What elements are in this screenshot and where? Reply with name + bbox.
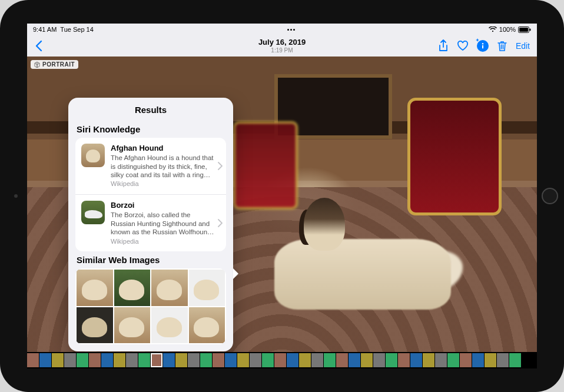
svg-rect-4 [482, 45, 483, 49]
filmstrip-thumb[interactable] [188, 353, 200, 367]
result-source: Wikipedia [111, 180, 214, 188]
filmstrip-thumb[interactable] [101, 353, 113, 367]
portrait-badge: PORTRAIT [31, 60, 78, 69]
battery-icon [518, 26, 531, 33]
filmstrip-thumb[interactable] [361, 353, 373, 367]
status-bar: 9:41 AM Tue Sep 14 100% [27, 24, 537, 35]
filmstrip-thumb[interactable] [311, 353, 323, 367]
filmstrip-thumb[interactable] [324, 353, 336, 367]
filmstrip-thumb[interactable] [398, 353, 410, 367]
portrait-badge-text: PORTRAIT [42, 61, 75, 68]
filmstrip-thumb[interactable] [213, 353, 224, 367]
cube-icon [34, 62, 40, 68]
result-source: Wikipedia [111, 238, 214, 246]
filmstrip-thumb[interactable] [336, 353, 348, 367]
similar-web-heading: Similar Web Images [68, 251, 233, 268]
filmstrip-thumb[interactable] [175, 353, 187, 367]
filmstrip-thumb[interactable] [373, 353, 385, 367]
chevron-right-icon [218, 219, 223, 227]
filmstrip-thumb[interactable] [89, 353, 101, 367]
similar-web-grid [75, 268, 226, 344]
siri-knowledge-card: Afghan Hound The Afghan Hound is a hound… [75, 138, 226, 251]
filmstrip-thumb[interactable] [126, 353, 138, 367]
wifi-icon [489, 26, 497, 32]
result-desc: The Afghan Hound is a hound that is dist… [111, 154, 214, 179]
result-desc: The Borzoi, also called the Russian Hunt… [111, 211, 214, 236]
siri-knowledge-heading: Siri Knowledge [68, 121, 233, 138]
svg-point-3 [482, 43, 483, 44]
filmstrip-thumb[interactable] [299, 353, 311, 367]
favorite-button[interactable] [457, 41, 469, 51]
delete-button[interactable] [497, 40, 507, 52]
web-image[interactable] [77, 307, 113, 344]
visual-lookup-popover: Results Siri Knowledge Afghan Hound The … [68, 98, 233, 351]
web-image[interactable] [151, 307, 188, 344]
filmstrip-thumb[interactable] [163, 353, 175, 367]
result-name: Borzoi [111, 201, 214, 210]
result-thumbnail [81, 144, 105, 167]
photo-viewer[interactable]: PORTRAIT Results Siri Knowledge Afghan H… [27, 57, 537, 352]
chevron-right-icon [218, 162, 223, 170]
web-image[interactable] [114, 270, 151, 306]
filmstrip-thumb[interactable] [274, 353, 286, 367]
filmstrip-thumb[interactable] [151, 353, 162, 367]
popover-arrow [233, 268, 238, 279]
filmstrip-thumb[interactable] [435, 353, 447, 367]
ipad-device-frame: 9:41 AM Tue Sep 14 100% [0, 0, 564, 392]
popover-title: Results [68, 105, 233, 115]
filmstrip-thumb[interactable] [447, 353, 459, 367]
filmstrip-thumb[interactable] [138, 353, 150, 367]
svg-rect-1 [519, 28, 528, 32]
web-image[interactable] [151, 270, 188, 306]
filmstrip-thumb[interactable] [114, 353, 125, 367]
web-image[interactable] [189, 307, 225, 344]
screen-bezel: 9:41 AM Tue Sep 14 100% [27, 24, 537, 368]
filmstrip-thumb[interactable] [497, 353, 509, 367]
filmstrip-thumb[interactable] [262, 353, 274, 367]
photo-title: July 16, 2019 1:19 PM [258, 38, 306, 53]
filmstrip-thumb[interactable] [225, 353, 237, 367]
filmstrip-thumb[interactable] [423, 353, 434, 367]
filmstrip-thumb[interactable] [485, 353, 496, 367]
filmstrip-thumb[interactable] [472, 353, 484, 367]
photo-time: 1:19 PM [258, 47, 306, 54]
filmstrip-thumb[interactable] [509, 353, 521, 367]
result-name: Afghan Hound [111, 144, 214, 153]
share-button[interactable] [438, 39, 449, 52]
web-image[interactable] [114, 307, 151, 344]
subject-dog [251, 174, 463, 327]
web-image[interactable] [189, 270, 225, 306]
filmstrip-thumb[interactable] [237, 353, 249, 367]
filmstrip-thumb[interactable] [250, 353, 261, 367]
filmstrip-thumb[interactable] [460, 353, 472, 367]
filmstrip-thumb[interactable] [64, 353, 76, 367]
filmstrip-thumb[interactable] [386, 353, 397, 367]
filmstrip-thumb[interactable] [200, 353, 212, 367]
filmstrip-thumb[interactable] [77, 353, 88, 367]
device-camera [14, 194, 18, 198]
screen: 9:41 AM Tue Sep 14 100% [27, 24, 537, 368]
status-date: Tue Sep 14 [60, 26, 93, 33]
filmstrip-thumb[interactable] [39, 353, 51, 367]
edit-button[interactable]: Edit [516, 41, 530, 51]
filmstrip-thumb[interactable] [349, 353, 360, 367]
status-time: 9:41 AM [33, 26, 57, 33]
photo-date: July 16, 2019 [258, 38, 306, 46]
home-button[interactable] [542, 188, 558, 204]
filmstrip-thumb[interactable] [287, 353, 298, 367]
photo-navbar: July 16, 2019 1:19 PM [27, 35, 537, 57]
multitask-dots-icon[interactable] [287, 29, 295, 31]
knowledge-result[interactable]: Borzoi The Borzoi, also called the Russi… [75, 194, 226, 251]
web-image[interactable] [77, 270, 113, 306]
filmstrip-thumb[interactable] [27, 353, 39, 367]
result-thumbnail [81, 201, 105, 224]
battery-pct: 100% [499, 26, 516, 33]
info-lookup-button[interactable] [477, 40, 489, 52]
svg-rect-2 [530, 28, 531, 31]
back-button[interactable] [34, 40, 42, 52]
filmstrip-thumb[interactable] [52, 353, 64, 367]
photo-filmstrip[interactable] [27, 352, 537, 368]
knowledge-result[interactable]: Afghan Hound The Afghan Hound is a hound… [75, 138, 226, 194]
filmstrip-thumb[interactable] [410, 353, 422, 367]
